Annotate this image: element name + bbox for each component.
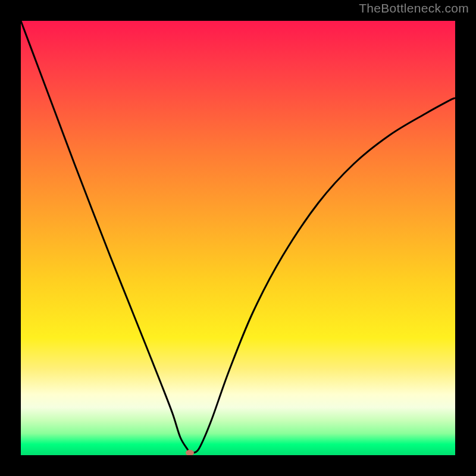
chart-frame: TheBottleneck.com xyxy=(0,0,476,476)
watermark-text: TheBottleneck.com xyxy=(359,1,469,15)
plot-area xyxy=(21,21,455,455)
bottleneck-curve xyxy=(21,21,455,455)
optimal-point-marker xyxy=(186,450,194,455)
